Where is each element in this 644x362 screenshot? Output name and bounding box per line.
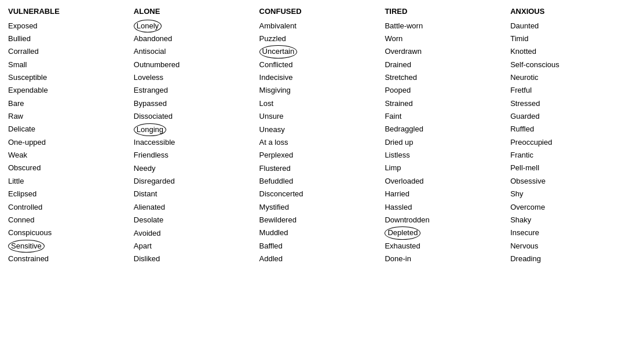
list-item: Constrained — [8, 253, 128, 265]
list-item: Inaccessible — [134, 136, 254, 149]
header-anxious: ANXIOUS — [510, 6, 630, 17]
column-confused: CONFUSEDAmbivalentPuzzledUncertainConfli… — [259, 6, 385, 266]
list-item: Strained — [385, 97, 504, 110]
list-item: Drained — [385, 58, 504, 71]
header-alone: ALONE — [134, 6, 254, 17]
list-item: Self-conscious — [510, 58, 630, 71]
list-item: Disconcerted — [259, 188, 379, 200]
list-item: Disregarded — [134, 175, 254, 188]
list-item: Nervous — [510, 240, 630, 253]
list-item: Obscured — [8, 162, 128, 174]
list-item: Puzzled — [259, 32, 379, 45]
list-item: Little — [8, 175, 128, 188]
list-item: Baffled — [259, 240, 379, 253]
list-item: Expendable — [8, 84, 128, 97]
column-tired: TIREDBattle-wornWornOverdrawnDrainedStre… — [385, 6, 510, 266]
list-item: Listless — [385, 149, 504, 162]
header-confused: CONFUSED — [259, 6, 379, 17]
list-item: Distant — [134, 188, 254, 200]
list-item: Pooped — [385, 84, 504, 97]
list-item: Dried up — [385, 136, 504, 149]
list-item: Shaky — [510, 214, 630, 226]
list-item: Bedraggled — [385, 123, 504, 136]
list-item: Bullied — [8, 32, 128, 45]
list-item: Needy — [134, 162, 254, 175]
list-item: Insecure — [510, 226, 630, 239]
list-item: Neurotic — [510, 71, 630, 84]
list-item: Ruffled — [510, 123, 630, 136]
circled-word-vulnerable-17: Sensitive — [8, 240, 45, 253]
list-item: Faint — [385, 110, 504, 123]
list-item: Exhausted — [385, 240, 504, 253]
list-item: Bare — [8, 97, 128, 110]
list-item: Lost — [259, 97, 379, 110]
list-item: Unsure — [259, 110, 379, 123]
list-item: Hassled — [385, 201, 504, 214]
list-item: Abandoned — [134, 32, 254, 45]
list-item: Guarded — [510, 110, 630, 123]
list-item: Corralled — [8, 45, 128, 58]
header-tired: TIRED — [385, 6, 504, 17]
list-item: Knotted — [510, 45, 630, 58]
list-item: Uneasy — [259, 123, 379, 136]
list-item: Frantic — [510, 149, 630, 162]
list-item: Perplexed — [259, 149, 379, 162]
list-item: Disliked — [134, 253, 254, 265]
list-item: Harried — [385, 188, 504, 200]
list-item: Shy — [510, 188, 630, 200]
list-item: Delicate — [8, 123, 128, 136]
list-item: Conspicuous — [8, 226, 128, 239]
list-item: Sensitive — [8, 240, 128, 253]
list-item: Stressed — [510, 97, 630, 110]
column-alone: ALONELonelyAbandonedAntisocialOutnumbere… — [134, 6, 259, 266]
list-item: Longing — [134, 123, 254, 137]
list-item: Exposed — [8, 20, 128, 32]
list-item: Weak — [8, 149, 128, 162]
list-item: Small — [8, 58, 128, 71]
circled-word-tired-16: Depleted — [385, 226, 420, 240]
list-item: Flustered — [259, 162, 379, 175]
list-item: Overcome — [510, 201, 630, 214]
list-item: Eclipsed — [8, 188, 128, 200]
list-item: Susceptible — [8, 71, 128, 84]
header-vulnerable: VULNERABLE — [8, 6, 128, 17]
list-item: Stretched — [385, 71, 504, 84]
list-item: Limp — [385, 162, 504, 174]
list-item: Overloaded — [385, 175, 504, 188]
list-item: Dreading — [510, 253, 630, 265]
list-item: Alienated — [134, 201, 254, 214]
list-item: Done-in — [385, 253, 504, 265]
list-item: Friendless — [134, 149, 254, 162]
list-item: Fretful — [510, 84, 630, 97]
list-item: Preoccupied — [510, 136, 630, 149]
list-item: Dissociated — [134, 110, 254, 123]
list-item: Desolate — [134, 214, 254, 226]
column-vulnerable: VULNERABLEExposedBulliedCorralledSmallSu… — [8, 6, 134, 266]
list-item: Misgiving — [259, 84, 379, 97]
list-item: Antisocial — [134, 45, 254, 58]
list-item: One-upped — [8, 136, 128, 149]
list-item: Loveless — [134, 71, 254, 84]
list-item: Indecisive — [259, 71, 379, 84]
list-item: Uncertain — [259, 45, 379, 58]
list-item: Battle-worn — [385, 20, 504, 32]
list-item: Avoided — [134, 227, 254, 240]
list-item: Mystified — [259, 201, 379, 214]
list-item: Bewildered — [259, 214, 379, 226]
list-item: Muddled — [259, 226, 379, 239]
list-item: Worn — [385, 32, 504, 45]
list-item: Lonely — [134, 20, 254, 33]
list-item: Pell-mell — [510, 162, 630, 174]
list-item: Apart — [134, 240, 254, 253]
list-item: Ambivalent — [259, 20, 379, 32]
list-item: Outnumbered — [134, 58, 254, 71]
list-item: Conflicted — [259, 58, 379, 71]
column-anxious: ANXIOUSDauntedTimidKnottedSelf-conscious… — [510, 6, 636, 266]
list-item: Addled — [259, 253, 379, 265]
circled-word-confused-2: Uncertain — [259, 45, 298, 58]
list-item: Downtrodden — [385, 214, 504, 226]
list-item: Daunted — [510, 20, 630, 32]
list-item: Befuddled — [259, 175, 379, 188]
list-item: Timid — [510, 32, 630, 45]
list-item: Raw — [8, 110, 128, 123]
